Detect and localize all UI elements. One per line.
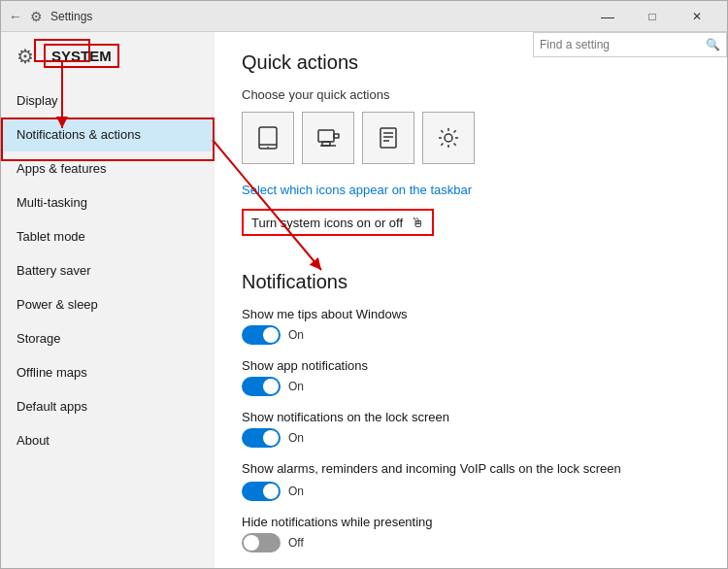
quick-actions-section: Quick actions Choose your quick actions bbox=[242, 51, 700, 253]
toggle-row-app-notif: Show app notifications On bbox=[242, 358, 700, 396]
quick-actions-subtitle: Choose your quick actions bbox=[242, 87, 700, 102]
title-bar-icon: ⚙ bbox=[30, 9, 43, 24]
toggle-row-lock-screen: Show notifications on the lock screen On bbox=[242, 410, 700, 448]
quick-action-settings[interactable] bbox=[422, 112, 475, 164]
sidebar-item-tablet[interactable]: Tablet mode bbox=[1, 219, 215, 253]
turn-system-icons-box[interactable]: Turn system icons on or off 🖱 bbox=[242, 209, 434, 236]
toggle-label-presenting: Hide notifications while presenting bbox=[242, 515, 700, 529]
search-bar[interactable]: 🔍 bbox=[533, 32, 727, 57]
sidebar: ⚙ SYSTEM Display Notifications & actions… bbox=[1, 32, 215, 568]
cursor-icon: 🖱 bbox=[411, 215, 424, 230]
main-content: 🔍 Quick actions Choose your quick action… bbox=[215, 32, 727, 568]
toggle-presenting-state: Off bbox=[288, 536, 304, 550]
toggle-label-tips: Show me tips about Windows bbox=[242, 307, 700, 321]
toggle-row-presenting: Hide notifications while presenting Off bbox=[242, 515, 700, 552]
toggle-label-alarms: Show alarms, reminders and incoming VoIP… bbox=[242, 461, 669, 478]
quick-action-tablet[interactable] bbox=[242, 112, 294, 164]
quick-actions-buttons bbox=[242, 112, 700, 164]
sidebar-item-power[interactable]: Power & sleep bbox=[1, 287, 215, 321]
sidebar-header: ⚙ SYSTEM bbox=[1, 32, 215, 80]
sidebar-item-offline-maps[interactable]: Offline maps bbox=[1, 355, 215, 389]
notifications-title: Notifications bbox=[242, 271, 700, 293]
sidebar-item-about[interactable]: About bbox=[1, 423, 215, 457]
sidebar-item-apps[interactable]: Apps & features bbox=[1, 151, 215, 185]
quick-action-note[interactable] bbox=[362, 112, 414, 164]
sidebar-item-storage[interactable]: Storage bbox=[1, 321, 215, 355]
toggle-app-notif-state: On bbox=[288, 380, 304, 393]
svg-rect-3 bbox=[318, 130, 334, 142]
toggle-row-alarms: Show alarms, reminders and incoming VoIP… bbox=[242, 461, 700, 501]
gear-icon: ⚙ bbox=[17, 45, 34, 68]
toggle-label-lock-screen: Show notifications on the lock screen bbox=[242, 410, 700, 424]
sidebar-item-default-apps[interactable]: Default apps bbox=[1, 389, 215, 423]
maximize-button[interactable]: □ bbox=[630, 1, 675, 32]
close-button[interactable]: ✕ bbox=[675, 1, 719, 32]
toggle-tips[interactable] bbox=[242, 325, 281, 345]
search-input[interactable] bbox=[534, 36, 706, 53]
toggle-label-app-notif: Show app notifications bbox=[242, 358, 700, 373]
sidebar-item-display[interactable]: Display bbox=[1, 84, 215, 117]
sidebar-title: SYSTEM bbox=[44, 44, 119, 68]
notifications-section: Notifications Show me tips about Windows… bbox=[242, 271, 700, 552]
taskbar-icons-link[interactable]: Select which icons appear on the taskbar bbox=[242, 183, 472, 197]
toggle-app-notif[interactable] bbox=[242, 377, 281, 396]
toggle-presenting[interactable] bbox=[242, 533, 281, 552]
back-icon[interactable]: ← bbox=[9, 9, 22, 24]
toggle-row-tips: Show me tips about Windows On bbox=[242, 307, 700, 345]
quick-action-connect[interactable] bbox=[302, 112, 354, 164]
svg-point-12 bbox=[445, 134, 452, 142]
sidebar-item-notifications[interactable]: Notifications & actions bbox=[1, 117, 215, 151]
toggle-tips-state: On bbox=[288, 328, 304, 342]
sidebar-item-battery[interactable]: Battery saver bbox=[1, 253, 215, 287]
turn-system-icons-text: Turn system icons on or off bbox=[251, 216, 403, 230]
title-bar: ← ⚙ Settings — □ ✕ bbox=[1, 1, 727, 32]
toggle-lock-screen[interactable] bbox=[242, 428, 281, 448]
minimize-button[interactable]: — bbox=[585, 1, 630, 32]
search-icon: 🔍 bbox=[706, 38, 726, 51]
sidebar-nav: Display Notifications & actions Apps & f… bbox=[1, 84, 215, 457]
toggle-lock-screen-state: On bbox=[288, 431, 304, 445]
sidebar-item-multitasking[interactable]: Multi-tasking bbox=[1, 185, 215, 219]
svg-rect-8 bbox=[381, 128, 396, 148]
svg-rect-6 bbox=[334, 134, 339, 138]
toggle-alarms[interactable] bbox=[242, 482, 281, 501]
title-bar-title: Settings bbox=[50, 10, 92, 23]
toggle-alarms-state: On bbox=[288, 485, 304, 498]
